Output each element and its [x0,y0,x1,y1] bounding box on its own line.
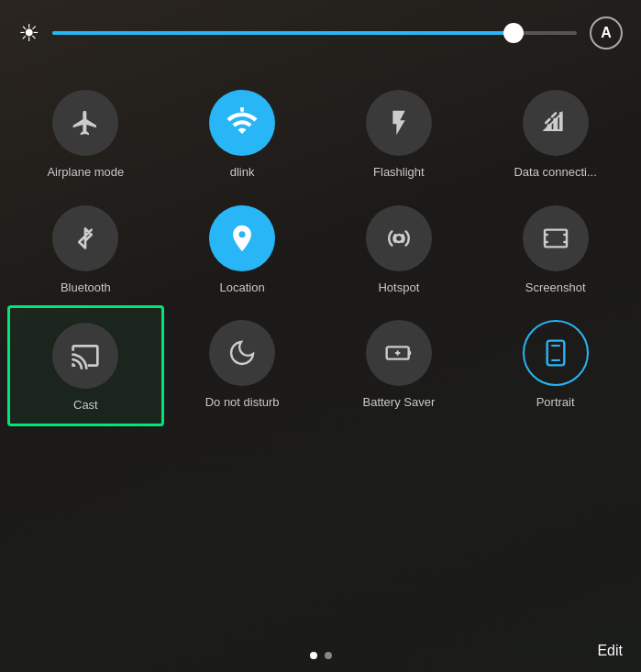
cast-label: Cast [73,398,98,413]
slider-track [52,31,577,35]
tile-data-connection[interactable]: Data connecti... [477,75,634,191]
do-not-disturb-icon-circle [209,320,275,386]
hotspot-icon [384,224,414,253]
data-connection-icon [541,108,570,138]
hotspot-label: Hotspot [378,281,419,295]
cast-icon [71,341,100,370]
bluetooth-icon-circle [52,205,118,271]
svg-point-1 [239,231,246,237]
tile-portrait[interactable]: Portrait [477,305,634,426]
dot-2 [325,652,332,659]
dot-1 [310,652,317,659]
data-connection-label: Data connecti... [514,165,596,180]
location-icon-circle [209,205,275,271]
wifi-label: dlink [230,165,255,180]
pagination-dots [18,652,623,659]
tile-flashlight[interactable]: Flashlight [321,75,478,191]
brightness-icon: ☀ [18,19,39,48]
battery-saver-icon-circle [366,320,432,386]
tile-bluetooth[interactable]: Bluetooth [7,191,164,306]
tile-hotspot[interactable]: Hotspot [321,191,478,306]
do-not-disturb-label: Do not disturb [205,395,280,410]
auto-brightness-button[interactable]: A [590,17,623,50]
flashlight-label: Flashlight [373,165,425,180]
brightness-slider-container[interactable] [52,31,577,35]
tile-wifi[interactable]: dlink [164,75,321,191]
bluetooth-label: Bluetooth [61,281,111,295]
hotspot-icon-circle [366,205,432,271]
tile-do-not-disturb[interactable]: Do not disturb [164,305,321,426]
screenshot-label: Screenshot [525,281,586,295]
flashlight-icon [384,108,414,138]
airplane-mode-icon-circle [52,90,118,156]
bluetooth-icon [71,224,100,253]
tile-cast[interactable]: Cast [7,305,164,426]
portrait-icon [541,338,570,368]
svg-rect-7 [547,341,564,366]
portrait-icon-circle [523,320,589,386]
edit-button[interactable]: Edit [597,643,623,659]
wifi-icon-circle [209,90,275,156]
screenshot-icon-circle [523,205,589,271]
svg-rect-3 [545,229,567,247]
tile-airplane-mode[interactable]: Airplane mode [7,75,164,191]
cast-icon-circle [52,323,118,389]
tile-screenshot[interactable]: Screenshot [477,191,634,306]
auto-brightness-label: A [601,25,612,41]
edit-label: Edit [597,643,623,658]
location-icon [227,223,258,254]
quick-tiles-grid: Airplane mode dlink Flashlight [0,66,641,435]
tile-battery-saver[interactable]: Battery Saver [321,305,478,426]
brightness-row: ☀ A [0,0,641,66]
svg-point-2 [395,235,403,242]
slider-thumb[interactable] [503,23,524,43]
bottom-row: Edit [0,639,641,672]
screenshot-icon [541,224,570,253]
location-label: Location [220,281,265,295]
airplane-mode-label: Airplane mode [47,165,124,180]
data-connection-icon-circle [523,90,589,156]
flashlight-icon-circle [366,90,432,156]
airplane-icon [71,108,100,138]
battery-icon [384,338,414,368]
wifi-icon [226,106,259,139]
moon-icon [227,338,257,368]
battery-saver-label: Battery Saver [362,395,435,410]
portrait-label: Portrait [536,395,575,410]
tile-location[interactable]: Location [164,191,321,306]
slider-fill [52,31,514,35]
